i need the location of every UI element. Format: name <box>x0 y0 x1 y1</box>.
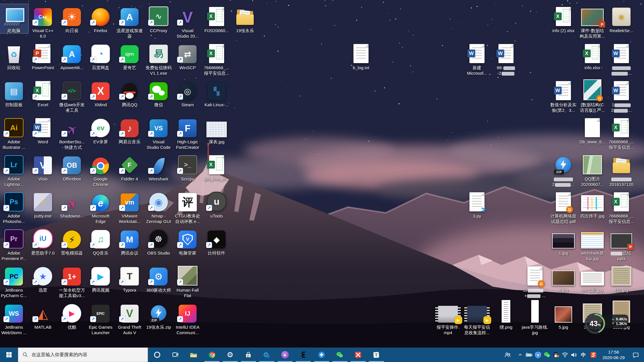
search-box[interactable] <box>18 348 148 362</box>
desktop-icon-jetbrains-pycharm[interactable]: PC↗JetBrainsPyCharm C... <box>0 264 28 298</box>
desktop-icon-vscode[interactable]: VS↗VisualStudio Code <box>144 115 173 150</box>
desktop-icon-aisi-assistant[interactable]: iU↗爱思助手7.0 <box>28 226 57 256</box>
tray-battery[interactable] <box>525 348 534 362</box>
desktop-icon-qq-picture-20200607[interactable]: QQ图片20200607... <box>578 152 607 187</box>
desktop-icon-jpg-5[interactable]: 5.jpg <box>549 301 578 330</box>
tray-wechat-tray[interactable] <box>543 348 552 362</box>
desktop-icon-driver-master-360[interactable]: ⚙↗360驱动大师 <box>144 264 173 293</box>
desktop-icon-shuzhi-fenxi-doc[interactable]: W数值分析及实验(第2、3... <box>549 78 578 113</box>
desktop-icon-b-log-txt[interactable]: b_log.txt <box>347 41 375 70</box>
desktop-icon-kebiao-jpg[interactable]: 课表.jpg <box>202 115 231 145</box>
desktop-icon-firefox[interactable]: ↗Firefox <box>86 4 115 33</box>
desktop-icon-oneplus-toolbox[interactable]: 1+↗一加全机型万能工具箱v3... <box>57 264 86 298</box>
desktop-icon-adobe-lightroom[interactable]: Lr↗AdobeLightroo... <box>0 152 28 187</box>
desktop-icon-xmind[interactable]: X↗XMind <box>86 78 115 107</box>
desktop-icon-pptx-redacted[interactable]: P总结.pptx <box>607 226 636 261</box>
desktop-icon-folder-19-zhangyongle[interactable]: 19张永乐 <box>231 4 260 33</box>
desktop-icon-wechat[interactable]: ↗微信 <box>144 78 173 107</box>
taskbar-app-settings[interactable]: ⚙ <box>221 348 239 362</box>
desktop-icon-zip-redacted[interactable]: ZIP2... <box>549 152 578 187</box>
desktop-icon-google-chrome[interactable]: ↗GoogleChrome <box>86 152 115 187</box>
desktop-icon-pdf-11-redacted[interactable]: G11...+ ... <box>520 264 549 298</box>
ime-indicator[interactable]: 中 <box>578 348 588 362</box>
desktop-icon-word-88[interactable]: W88--2 <box>491 41 520 76</box>
desktop-icon-putty-exe[interactable]: ⚡putty.exe <box>28 189 57 219</box>
desktop-icon-ev-recorder[interactable]: ev↗EV录屏 <box>86 115 115 145</box>
desktop-icon-this-pc[interactable]: 此电脑 <box>0 4 28 33</box>
desktop-icon-xlsx-76686868-c[interactable]: X76686868_...报平安信息... <box>607 189 636 224</box>
desktop-icon-kejian-ppt[interactable]: P课件-数据结构及应用算... <box>578 4 607 39</box>
taskbar-app-wechat[interactable] <box>331 348 349 362</box>
memory-usage-ball[interactable]: 43% <box>585 313 606 334</box>
desktop-icon-shadowsocks[interactable]: ✈↗Shadowso... <box>57 189 86 219</box>
desktop-icon-java-route-jpg[interactable]: java学习路线.jpg <box>520 301 549 335</box>
tray-sogou[interactable] <box>588 348 598 362</box>
desktop-icon-qq-music[interactable]: ♫↗QQ音乐 <box>86 226 115 256</box>
desktop-icon-osi-seven-jpg[interactable]: osi七层.jpg <box>578 264 607 293</box>
desktop-icon-visual-studio[interactable]: V↗VisualStudio 20... <box>173 4 202 39</box>
desktop-icon-kali-linux[interactable]: ▚Kali-Linux-... <box>202 78 231 107</box>
desktop-icon-excel[interactable]: X↗Excel <box>28 78 57 107</box>
desktop-icon-adobe-illustrator[interactable]: Ai↗AdobeIllustrator ... <box>0 115 28 150</box>
desktop-icon-meteor-game-booster[interactable]: A↗流星游戏加速器 <box>115 4 144 39</box>
desktop-icon-sunflower-remote[interactable]: ☀↗向日葵 <box>57 4 86 33</box>
clock[interactable]: 17:56 2020-06-29 <box>598 349 629 360</box>
desktop-icon-data-structure-book[interactable]: G[数据结构(C语言版)].严... <box>578 78 607 113</box>
desktop-icon-fontcreator[interactable]: F↗High-LogicFontCreator <box>173 115 202 150</box>
desktop-icon-wireshark-tcp-jpg[interactable]: wireshark抓tcp.jpg <box>578 226 607 261</box>
desktop-icon-jpg-111[interactable]: 111.jpg <box>607 264 636 293</box>
desktop-icon-human-fall-flat[interactable]: ↗Human FallFlat <box>173 264 202 298</box>
taskbar-app-microsoft-store[interactable] <box>239 348 257 362</box>
taskbar-app-cortana[interactable] <box>148 348 166 362</box>
taskbar-app-driver-gears[interactable]: ⚙⚙ <box>257 348 276 362</box>
desktop-icon-jpg-4[interactable]: 4.jpg <box>549 264 578 293</box>
desktop-icon-word-redacted-2[interactable]: W12... <box>607 78 636 113</box>
tray-qq-tray[interactable] <box>552 348 560 362</box>
taskbar-app-purple-app[interactable]: ◈ <box>276 348 294 362</box>
search-input[interactable] <box>31 352 144 358</box>
desktop-icon-xinjian-word[interactable]: W新建Microsof... <box>462 41 491 76</box>
start-button[interactable] <box>0 348 18 362</box>
desktop-icon-apowermirror[interactable]: A↗ApowerMi... <box>57 41 86 70</box>
tray-volume[interactable] <box>569 348 578 362</box>
tray-pc-manager-shield[interactable] <box>534 348 543 362</box>
desktop-icon-fiddler-4[interactable]: F↗Fiddler 4 <box>115 152 144 182</box>
desktop-icon-py-3[interactable]: 3.py <box>462 189 491 219</box>
desktop-icon-recycle-bin[interactable]: ♻回收站 <box>0 41 28 70</box>
taskbar-app-bandizip[interactable] <box>312 348 331 362</box>
desktop-icon-network-interview-pdf[interactable]: G计算机网络面试题总结.pdf <box>549 189 578 224</box>
desktop-icon-typora[interactable]: T↗Typora <box>115 264 144 293</box>
desktop-icon-iqiyi[interactable]: iQIYI↗爱奇艺 <box>115 41 144 70</box>
desktop-icon-matlab[interactable]: ◭↗MATLAB <box>28 301 57 330</box>
taskbar-app-task-view[interactable] <box>166 348 184 362</box>
desktop-icon-officebox[interactable]: OB↗Officebox <box>57 152 86 182</box>
taskbar-app-swirl-app[interactable] <box>294 348 312 362</box>
taskbar-app-typora[interactable]: T <box>367 348 385 362</box>
desktop-icon-free-sms-exe[interactable]: 易免费短信接码V1.1.exe <box>144 41 173 76</box>
desktop-icon-wireshark[interactable]: ↗Wireshark <box>144 152 173 182</box>
notification-center-button[interactable] <box>629 348 642 362</box>
desktop-icon-utools[interactable]: u↗uTools <box>202 189 231 219</box>
desktop-icon-tencent-qq[interactable]: ↗腾讯QQ <box>115 78 144 107</box>
desktop-icon-info-xlsx[interactable]: Xinfo.xlsx <box>578 41 607 70</box>
desktop-icon-word-redacted-1[interactable]: W... <box>607 41 636 76</box>
taskbar-app-chrome[interactable] <box>203 348 221 362</box>
desktop-icon-baopingan-mp4[interactable]: ▶报平安操作.mp4 <box>433 301 462 335</box>
desktop-icon-meitian-baopingan-video[interactable]: ▶每天报平安信息收集流程... <box>462 301 491 335</box>
desktop-icon-visio[interactable]: V↗Visio <box>28 152 57 182</box>
desktop-icon-folder-2018137120[interactable]: 2018137120 <box>607 152 636 187</box>
desktop-icon-get-bao-xlsx[interactable]: Xget_bao_in... <box>202 152 231 182</box>
desktop-icon-ldplayer[interactable]: ⚡↗雷电模拟器 <box>57 226 86 256</box>
desktop-icon-youku[interactable]: ▶↗优酷 <box>57 301 86 330</box>
desktop-icon-db-www-doc[interactable]: Db_www_6... <box>578 115 607 145</box>
desktop-icon-visual-cpp-6[interactable]: C++↗Visual C++6.0 <box>28 4 57 39</box>
desktop-icon-realtek-setup[interactable]: ◉RealtekSe... <box>607 4 636 33</box>
desktop-icon-gta-v[interactable]: V↗Grand TheftAuto V <box>115 301 144 335</box>
desktop-icon-nmap-zenmap[interactable]: ◉↗Nmap -Zenmap GUI <box>144 189 173 224</box>
desktop-icon-tencent-meeting[interactable]: M↗腾讯会议 <box>115 226 144 256</box>
tray-people[interactable] <box>503 348 512 362</box>
tray-chevron-up[interactable] <box>516 348 525 362</box>
desktop-icon-obs-studio[interactable]: ☸↗OBS Studio <box>144 226 173 256</box>
desktop-icon-intellij-idea[interactable]: IJ↗IntelliJ IDEACommuni... <box>173 301 202 335</box>
desktop-icon-ccproxy[interactable]: ∿↗CCProxy <box>144 4 173 33</box>
